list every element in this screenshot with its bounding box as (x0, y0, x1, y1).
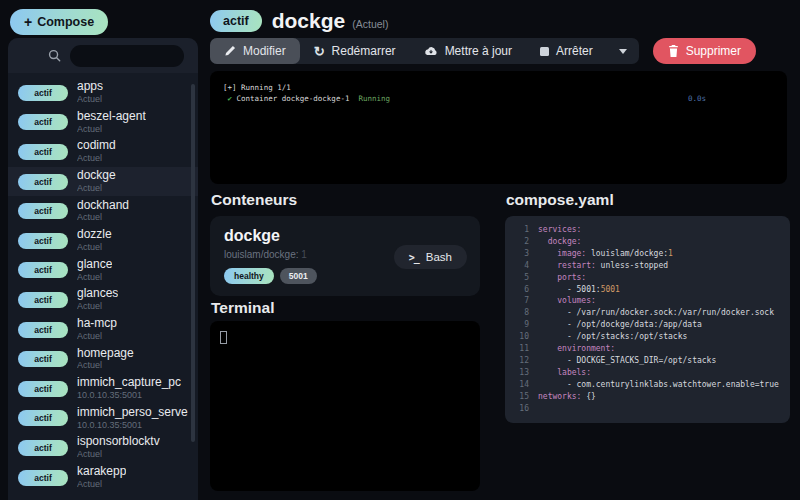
image-name: louislam/dockge: (224, 249, 298, 260)
stack-texts: karakeppActuel (77, 465, 126, 490)
interactive-terminal[interactable] (210, 321, 480, 491)
stack-subtitle: Actuel (77, 212, 129, 223)
chevron-down-icon (619, 49, 627, 54)
container-badges: healthy 5001 (224, 268, 466, 284)
stack-subtitle: Actuel (77, 242, 112, 253)
code-line: 11 environment: (505, 343, 790, 355)
stack-item-homepage[interactable]: actifhomepageActuel (8, 344, 198, 374)
elapsed-time: 0.0s (688, 93, 774, 104)
code-token: restart: (557, 260, 596, 272)
stack-item-apps[interactable]: actifappsActuel (8, 78, 198, 108)
stack-item-glance[interactable]: actifglanceActuel (8, 256, 198, 286)
stack-status-badge: actif (18, 470, 68, 486)
container-name-text: Container dockge-dockge-1 (237, 93, 350, 104)
cloud-download-icon (424, 46, 438, 57)
stack-status-badge: actif (18, 114, 68, 130)
stack-item-isponsorblocktv[interactable]: actifisponsorblocktvActuel (8, 433, 198, 463)
stack-item-karakepp[interactable]: actifkarakeppActuel (8, 463, 198, 493)
progress-terminal[interactable]: [+] Running 1/1 ✔ Container dockge-dockg… (210, 71, 787, 184)
line-number: 6 (505, 284, 529, 296)
page-title-suffix: (Actuel) (352, 18, 388, 30)
stack-name: ha-mcp (77, 317, 117, 331)
stack-texts: immich_capture_pc10.0.10.35:5001 (77, 376, 181, 401)
stack-texts: homepageActuel (77, 347, 134, 372)
container-name: dockge (224, 227, 466, 245)
stack-item-ha-mcp[interactable]: actifha-mcpActuel (8, 315, 198, 345)
button-group: Modifier ↻ Redémarrer Mettre à jour Arrê… (210, 38, 639, 64)
line-number: 4 (505, 260, 529, 272)
stack-status-badge: actif (18, 262, 68, 278)
stack-item-glances[interactable]: actifglancesActuel (8, 285, 198, 315)
restart-button[interactable]: ↻ Redémarrer (300, 38, 410, 64)
stack-item-dockhand[interactable]: actifdockhandActuel (8, 196, 198, 226)
container-card: dockge louislam/dockge: 1 healthy 5001 >… (210, 216, 480, 296)
stack-status-badge: actif (18, 410, 68, 426)
line-number: 12 (505, 355, 529, 367)
action-toolbar: Modifier ↻ Redémarrer Mettre à jour Arrê… (210, 38, 756, 64)
update-button-label: Mettre à jour (445, 44, 512, 58)
code-token: 1 (668, 248, 673, 260)
line-number: 2 (505, 236, 529, 248)
stack-item-codimd[interactable]: actifcodimdActuel (8, 137, 198, 167)
stack-status-badge: actif (18, 174, 68, 190)
trash-icon (668, 45, 679, 57)
stack-subtitle: Actuel (77, 183, 116, 194)
line-number: 15 (505, 391, 529, 403)
stack-list: actifappsActuelactifbeszel-agentActuelac… (8, 73, 198, 500)
stop-button[interactable]: Arrêter (526, 38, 607, 64)
refresh-icon: ↻ (314, 45, 325, 58)
healthy-badge: healthy (224, 268, 274, 284)
stack-status-badge: actif (18, 85, 68, 101)
code-token (538, 367, 557, 379)
code-line: 13 labels: (505, 367, 790, 379)
stack-item-dockge[interactable]: actifdockgeActuel (8, 167, 198, 197)
stack-name: immich_perso_server (77, 406, 188, 420)
progress-line-1: [+] Running 1/1 (223, 82, 774, 93)
line-number: 3 (505, 248, 529, 260)
delete-button[interactable]: Supprimer (653, 38, 756, 64)
stack-item-immich_perso_server[interactable]: actifimmich_perso_server10.0.10.35:5001 (8, 404, 198, 434)
code-token: - DOCKGE_STACKS_DIR=/opt/stacks (538, 355, 716, 367)
progress-line-2: ✔ Container dockge-dockge-1 Running 0.0s (223, 93, 774, 104)
code-token: labels: (557, 367, 591, 379)
stack-subtitle: 10.0.10.35:5001 (77, 390, 181, 401)
restart-button-label: Redémarrer (332, 44, 396, 58)
code-token (538, 295, 557, 307)
compose-button[interactable]: + Compose (10, 9, 108, 35)
stack-texts: isponsorblocktvActuel (77, 435, 160, 460)
stack-texts: dozzleActuel (77, 228, 112, 253)
bash-button-label: Bash (426, 251, 452, 263)
stack-texts: dockgeActuel (77, 169, 116, 194)
search-input[interactable] (70, 45, 184, 67)
code-token: 5001 (601, 284, 620, 296)
port-badge[interactable]: 5001 (280, 268, 317, 284)
bash-button[interactable]: >_ Bash (394, 245, 467, 269)
code-token: dockge: (548, 236, 582, 248)
line-number: 14 (505, 379, 529, 391)
stack-name: karakepp (77, 465, 126, 479)
stack-texts: immich_perso_server10.0.10.35:5001 (77, 406, 188, 431)
update-button[interactable]: Mettre à jour (410, 38, 526, 64)
yaml-editor[interactable]: 1services:2 dockge:3 image: louislam/doc… (505, 216, 790, 423)
code-token (538, 260, 557, 272)
stack-subtitle: Actuel (77, 124, 146, 135)
terminal-heading: Terminal (211, 299, 274, 317)
sidebar-scrollbar[interactable] (191, 84, 195, 442)
code-token: unless-stopped (596, 260, 668, 272)
stack-status-badge: actif (18, 233, 68, 249)
code-line: 1services: (505, 224, 790, 236)
running-status: Running (358, 93, 390, 104)
stack-item-dozzle[interactable]: actifdozzleActuel (8, 226, 198, 256)
stack-name: beszel-agent (77, 110, 146, 124)
code-token: - com.centurylinklabs.watchtower.enable=… (538, 379, 779, 391)
stop-dropdown-toggle[interactable] (607, 38, 639, 64)
stack-item-immich_capture_pc[interactable]: actifimmich_capture_pc10.0.10.35:5001 (8, 374, 198, 404)
stack-status-badge: actif (18, 144, 68, 160)
delete-button-label: Supprimer (686, 44, 741, 58)
code-line: 4 restart: unless-stopped (505, 260, 790, 272)
edit-button-label: Modifier (243, 44, 286, 58)
stack-item-beszel-agent[interactable]: actifbeszel-agentActuel (8, 108, 198, 138)
edit-button[interactable]: Modifier (210, 38, 300, 64)
code-token: - /opt/dockge/data:/app/data (538, 319, 702, 331)
line-number: 7 (505, 295, 529, 307)
